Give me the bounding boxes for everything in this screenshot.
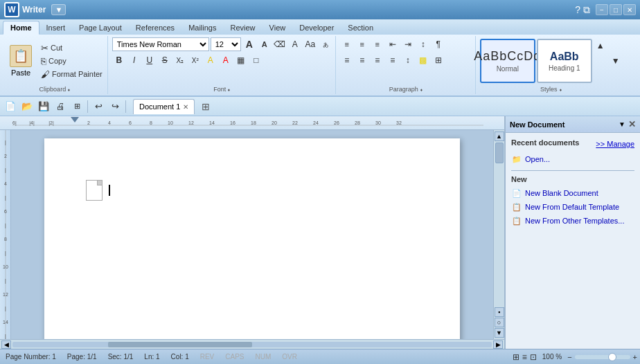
view-normal-button[interactable]: ⊞ <box>513 352 519 362</box>
styles-scroll-up[interactable]: ▲ <box>594 39 607 53</box>
tab-developer[interactable]: Developer <box>292 21 341 35</box>
border-button[interactable]: ⊞ <box>432 53 445 67</box>
maximize-button[interactable]: □ <box>610 4 622 15</box>
font-grow-button[interactable]: A <box>242 37 256 51</box>
clipboard-expand-icon[interactable]: ⬧ <box>67 87 71 93</box>
doc-canvas[interactable] <box>11 130 493 339</box>
view-web-button[interactable]: ⊡ <box>530 352 537 362</box>
scroll-extra-btn-2[interactable]: ○ <box>495 318 504 327</box>
strikethrough-button[interactable]: S <box>158 53 172 67</box>
subscript-button[interactable]: X₂ <box>173 53 187 67</box>
hscroll-thumb[interactable] <box>108 342 252 347</box>
styles-scroll-down[interactable]: ▼ <box>609 54 623 68</box>
paste-button[interactable]: 📋 Paste <box>6 42 36 80</box>
zoom-thumb[interactable] <box>608 353 616 361</box>
text-effects-button[interactable]: A <box>288 37 302 51</box>
superscript-button[interactable]: X² <box>188 53 202 67</box>
copy-button[interactable]: ⎘ Copy <box>39 55 105 67</box>
font-name-select[interactable]: Times New Roman <box>112 37 209 51</box>
scroll-up-button[interactable]: ▲ <box>495 131 504 141</box>
save-button[interactable]: 💾 <box>36 99 51 114</box>
tab-mailings[interactable]: Mailings <box>181 21 223 35</box>
format-painter-button[interactable]: 🖌 Format Painter <box>39 69 105 80</box>
bold-button[interactable]: B <box>112 53 126 67</box>
show-formatting-button[interactable]: ¶ <box>432 37 445 51</box>
scroll-down-button[interactable]: ▼ <box>495 328 504 338</box>
align-left-button[interactable]: ≡ <box>340 53 354 67</box>
copy-icon: ⎘ <box>41 56 46 66</box>
hscroll-right-button[interactable]: ▶ <box>493 340 503 349</box>
tab-home[interactable]: Home <box>3 21 39 35</box>
doc-tab-close[interactable]: ✕ <box>183 103 188 111</box>
horizontal-scrollbar[interactable]: ◀ ▶ <box>0 339 504 349</box>
italic-button[interactable]: I <box>127 53 141 67</box>
multilevel-list-button[interactable]: ≡ <box>371 37 384 51</box>
sort-button[interactable]: ↕ <box>416 37 430 51</box>
font-size-select[interactable]: 12 <box>211 37 241 51</box>
new-doc-button[interactable]: 📄 <box>3 99 18 114</box>
scroll-extra-btn-1[interactable]: ▪ <box>495 307 504 317</box>
change-case-button[interactable]: Aa <box>303 37 317 51</box>
clear-format-button[interactable]: ⌫ <box>273 37 287 51</box>
tab-insert[interactable]: Insert <box>39 21 73 35</box>
style-normal[interactable]: AaBbCcDd Normal <box>480 39 535 83</box>
styles-expand-icon[interactable]: ⬧ <box>559 87 562 93</box>
view-layout-button[interactable]: ≡ <box>522 352 527 362</box>
decrease-indent-button[interactable]: ⇤ <box>386 37 400 51</box>
panel-dropdown-button[interactable]: ▼ <box>619 120 625 128</box>
new-doc-dropdown-button[interactable]: ⊞ <box>199 99 213 114</box>
zoom-out-button[interactable]: − <box>567 353 571 361</box>
app-dropdown[interactable]: ▼ <box>51 4 66 15</box>
zoom-in-button[interactable]: + <box>633 353 637 361</box>
minimize-button[interactable]: − <box>596 4 608 15</box>
style-heading1[interactable]: AaBb Heading 1 <box>537 39 592 83</box>
vertical-scrollbar[interactable]: ▲ ▪ ○ ▼ <box>493 130 504 339</box>
close-button[interactable]: ✕ <box>623 4 636 15</box>
print-preview-button[interactable]: ⊞ <box>69 99 85 114</box>
numbered-list-button[interactable]: ≡ <box>355 37 369 51</box>
shading-button[interactable]: ▩ <box>416 53 430 67</box>
new-blank-doc-item[interactable]: 📄 New Blank Document <box>511 186 634 200</box>
bullet-list-button[interactable]: ≡ <box>340 37 354 51</box>
line-spacing-button[interactable]: ↕ <box>401 53 415 67</box>
char-shading-button[interactable]: ▦ <box>234 53 248 67</box>
panel-close-button[interactable]: ✕ <box>628 119 636 129</box>
tab-review[interactable]: Review <box>223 21 262 35</box>
tab-references[interactable]: References <box>129 21 181 35</box>
doc-page[interactable] <box>44 138 460 339</box>
restore-icon[interactable]: ⧉ <box>583 4 590 16</box>
undo-button[interactable]: ↩ <box>91 99 106 114</box>
doc-tab[interactable]: Document 1 ✕ <box>133 99 195 114</box>
align-right-button[interactable]: ≡ <box>371 53 384 67</box>
open-file-button[interactable]: 📂 <box>19 99 35 114</box>
svg-text:32: 32 <box>396 120 402 125</box>
print-button[interactable]: 🖨 <box>53 99 68 114</box>
manage-link[interactable]: >> Manage <box>596 140 634 148</box>
tab-section[interactable]: Section <box>341 21 380 35</box>
font-color-button[interactable]: A <box>219 53 233 67</box>
highlight-button[interactable]: A <box>204 53 217 67</box>
scroll-thumb[interactable] <box>495 143 504 163</box>
align-justify-button[interactable]: ≡ <box>386 53 400 67</box>
new-from-other-item[interactable]: 📋 New From Other Templates... <box>511 214 634 228</box>
help-icon[interactable]: ? <box>575 4 580 15</box>
hscroll-track[interactable] <box>12 342 492 347</box>
hscroll-left-button[interactable]: ◀ <box>1 340 11 349</box>
redo-button[interactable]: ↪ <box>107 99 123 114</box>
status-num: NUM <box>253 353 274 361</box>
underline-button[interactable]: U <box>143 53 157 67</box>
phonetic-guide-button[interactable]: ぁ <box>319 37 332 51</box>
tab-view[interactable]: View <box>263 21 293 35</box>
new-blank-doc-icon: 📄 <box>511 188 522 199</box>
cut-button[interactable]: ✂ Cut <box>39 42 105 54</box>
new-from-default-item[interactable]: 📋 New From Default Template <box>511 200 634 214</box>
increase-indent-button[interactable]: ⇥ <box>401 37 415 51</box>
tab-page-layout[interactable]: Page Layout <box>72 21 129 35</box>
zoom-slider[interactable] <box>575 355 630 359</box>
paragraph-expand-icon[interactable]: ⬧ <box>420 87 423 93</box>
font-expand-icon[interactable]: ⬧ <box>227 87 231 93</box>
char-border-button[interactable]: □ <box>249 53 263 67</box>
open-item[interactable]: 📁 Open... <box>511 152 634 166</box>
align-center-button[interactable]: ≡ <box>355 53 369 67</box>
font-shrink-button[interactable]: A <box>258 37 272 51</box>
